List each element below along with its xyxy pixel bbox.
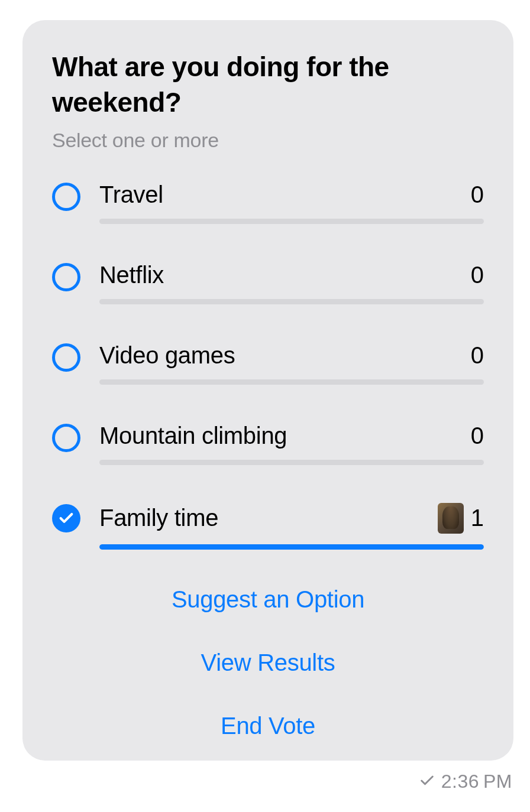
poll-options: Travel0Netflix0Video games0Mountain clim… xyxy=(52,181,484,550)
option-label: Video games xyxy=(99,342,235,369)
poll-option[interactable]: Video games0 xyxy=(52,342,484,385)
progress-bar xyxy=(99,379,484,385)
option-row: Family time1 xyxy=(99,503,484,534)
progress-bar xyxy=(99,299,484,304)
timestamp: 2:36 PM xyxy=(441,771,512,792)
option-content: Travel0 xyxy=(99,181,484,224)
option-right: 0 xyxy=(471,423,484,449)
radio-unchecked-icon[interactable] xyxy=(52,424,80,452)
option-label: Mountain climbing xyxy=(99,423,287,449)
poll-actions: Suggest an Option View Results End Vote xyxy=(52,586,484,739)
option-count: 0 xyxy=(471,342,484,369)
option-label: Family time xyxy=(99,505,218,531)
option-label: Netflix xyxy=(99,262,164,288)
voter-avatar xyxy=(438,503,464,534)
option-count: 0 xyxy=(471,181,484,208)
option-row: Travel0 xyxy=(99,181,484,208)
progress-fill xyxy=(99,544,484,550)
progress-bar xyxy=(99,460,484,465)
option-content: Netflix0 xyxy=(99,262,484,304)
option-right: 0 xyxy=(471,181,484,208)
option-right: 1 xyxy=(438,503,484,534)
poll-question: What are you doing for the weekend? xyxy=(52,50,484,121)
message-meta: 2:36 PM xyxy=(419,771,512,792)
option-count: 1 xyxy=(471,505,484,531)
poll-option[interactable]: Netflix0 xyxy=(52,262,484,304)
option-right: 0 xyxy=(471,262,484,288)
option-count: 0 xyxy=(471,262,484,288)
view-results-button[interactable]: View Results xyxy=(52,649,484,676)
radio-unchecked-icon[interactable] xyxy=(52,263,80,291)
progress-bar xyxy=(99,544,484,550)
radio-checked-icon[interactable] xyxy=(52,504,80,532)
poll-option[interactable]: Travel0 xyxy=(52,181,484,224)
option-count: 0 xyxy=(471,423,484,449)
option-label: Travel xyxy=(99,181,163,208)
radio-unchecked-icon[interactable] xyxy=(52,183,80,211)
sent-check-icon xyxy=(419,772,435,791)
radio-unchecked-icon[interactable] xyxy=(52,343,80,372)
option-content: Video games0 xyxy=(99,342,484,385)
option-row: Netflix0 xyxy=(99,262,484,288)
option-content: Mountain climbing0 xyxy=(99,423,484,465)
progress-bar xyxy=(99,219,484,224)
poll-option[interactable]: Family time1 xyxy=(52,503,484,550)
end-vote-button[interactable]: End Vote xyxy=(52,713,484,739)
poll-card: What are you doing for the weekend? Sele… xyxy=(22,20,513,761)
option-row: Video games0 xyxy=(99,342,484,369)
poll-subtitle: Select one or more xyxy=(52,129,484,152)
suggest-option-button[interactable]: Suggest an Option xyxy=(52,586,484,613)
option-content: Family time1 xyxy=(99,503,484,550)
option-right: 0 xyxy=(471,342,484,369)
option-row: Mountain climbing0 xyxy=(99,423,484,449)
poll-option[interactable]: Mountain climbing0 xyxy=(52,423,484,465)
